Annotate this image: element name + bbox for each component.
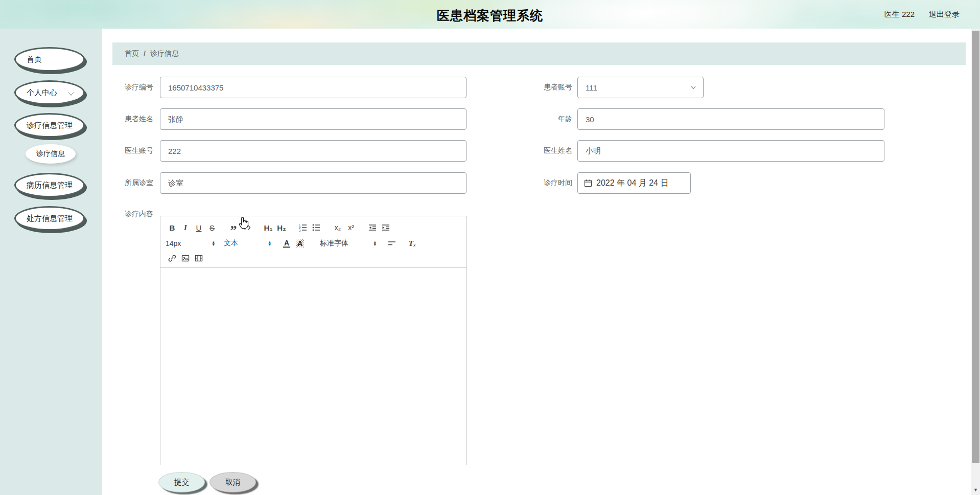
page-title: 医患档案管理系统	[0, 7, 980, 24]
chevron-down-icon	[68, 89, 74, 95]
bullet-list-button[interactable]	[310, 221, 323, 234]
treatment-time-datepicker[interactable]: 2022 年 04 月 24 日	[577, 172, 691, 194]
cancel-button-label: 取消	[225, 478, 241, 487]
sidebar-item-label: 诊疗信息管理	[27, 121, 73, 130]
sidebar-item-label: 病历信息管理	[27, 181, 73, 190]
align-left-icon	[387, 240, 396, 247]
patient-name-label: 患者姓名	[82, 108, 153, 130]
picker-arrows-icon: ▴▾	[212, 241, 215, 246]
sidebar-item-label: 首页	[27, 55, 42, 64]
editor-toolbar: B I U S ” H₁ H₂	[160, 216, 466, 268]
clinic-input[interactable]	[160, 172, 466, 194]
blockquote-button[interactable]: ”	[227, 221, 240, 234]
breadcrumb-current: 诊疗信息	[150, 49, 179, 58]
clear-format-button[interactable]: Tₓ	[406, 237, 419, 250]
doctor-account-input[interactable]	[160, 140, 466, 162]
font-size-picker[interactable]: 14px ▴▾	[166, 239, 215, 248]
indent-button[interactable]	[379, 221, 392, 234]
vertical-scrollbar: ▼	[971, 29, 980, 495]
italic-button[interactable]: I	[179, 221, 192, 234]
image-icon	[181, 254, 190, 262]
chevron-down-icon	[690, 84, 697, 91]
date-value: 2022 年 04 月 24 日	[596, 178, 668, 189]
submit-button[interactable]: 提交	[158, 472, 205, 492]
underline-button[interactable]: U	[192, 221, 205, 234]
code-icon	[242, 223, 251, 232]
subscript-button[interactable]: x₂	[331, 221, 344, 234]
indent-minus-icon	[368, 223, 377, 232]
text-color-button[interactable]: A	[280, 237, 293, 250]
doctor-account-label: 医生账号	[82, 140, 153, 162]
code-block-button[interactable]	[240, 221, 253, 234]
svg-text:3: 3	[299, 229, 301, 232]
indent-plus-icon	[381, 223, 390, 232]
rich-text-editor: B I U S ” H₁ H₂	[160, 216, 467, 465]
bullet-list-icon	[312, 223, 321, 232]
sidebar-subitem-treatment-info[interactable]: 诊疗信息	[26, 144, 76, 164]
ordered-list-icon: 1 2 3	[298, 223, 308, 232]
sidebar-item-treatment-info-mgmt[interactable]: 诊疗信息管理	[14, 113, 85, 138]
outdent-button[interactable]	[366, 221, 379, 234]
breadcrumb-separator: /	[144, 50, 146, 58]
sidebar-item-personal-center[interactable]: 个人中心	[14, 80, 85, 105]
paragraph-format-picker[interactable]: 文本 ▴▾	[224, 239, 271, 248]
age-input[interactable]	[577, 108, 884, 130]
age-label: 年龄	[475, 108, 572, 130]
doctor-name-input[interactable]	[577, 140, 884, 162]
font-size-value: 14px	[166, 239, 181, 248]
current-user-label: 医生 222	[884, 10, 915, 19]
header2-button[interactable]: H₂	[275, 221, 288, 234]
paragraph-format-value: 文本	[224, 239, 238, 248]
insert-image-button[interactable]	[179, 252, 192, 264]
doctor-name-label: 医生姓名	[475, 140, 572, 162]
clinic-label: 所属诊室	[82, 172, 153, 194]
font-family-picker[interactable]: 标准字体 ▴▾	[320, 239, 376, 248]
picker-arrows-icon: ▴▾	[268, 241, 271, 246]
picker-arrows-icon: ▴▾	[374, 241, 376, 246]
header1-button[interactable]: H₁	[262, 221, 275, 234]
logout-link[interactable]: 退出登录	[929, 10, 960, 19]
strikethrough-button[interactable]: S	[205, 221, 219, 234]
align-button[interactable]	[385, 237, 399, 250]
superscript-button[interactable]: x²	[344, 221, 358, 234]
sidebar-item-label: 个人中心	[27, 88, 57, 98]
calendar-icon	[584, 179, 592, 187]
app-window: 医患档案管理系统 医生 222 退出登录 首页 个人中心 诊疗信息管理 诊疗信息…	[0, 0, 980, 495]
cancel-button[interactable]: 取消	[209, 472, 256, 492]
patient-account-select[interactable]: 111	[577, 77, 704, 98]
video-icon	[194, 254, 203, 262]
insert-video-button[interactable]	[192, 252, 205, 264]
selected-value: 111	[586, 83, 690, 92]
treatment-content-label: 诊疗内容	[82, 207, 153, 222]
patient-name-input[interactable]	[160, 108, 466, 130]
breadcrumb: 首页 / 诊疗信息	[112, 42, 966, 65]
sidebar-item-prescription-mgmt[interactable]: 处方信息管理	[14, 206, 85, 231]
treatment-no-input[interactable]	[160, 77, 466, 98]
submit-button-label: 提交	[174, 478, 190, 487]
app-header: 医患档案管理系统 医生 222 退出登录	[0, 0, 980, 29]
scrollbar-thumb[interactable]	[972, 31, 979, 463]
breadcrumb-home[interactable]: 首页	[125, 49, 139, 58]
background-color-button[interactable]: A	[293, 237, 307, 250]
text-color-icon: A	[283, 239, 290, 248]
bold-button[interactable]: B	[166, 221, 179, 234]
background-color-icon: A	[296, 239, 304, 248]
sidebar-item-label: 诊疗信息	[36, 149, 65, 159]
sidebar-nav: 首页 个人中心 诊疗信息管理 诊疗信息 病历信息管理 处方信息管理	[0, 29, 102, 495]
insert-link-button[interactable]	[166, 252, 179, 264]
link-icon	[168, 254, 177, 263]
treatment-no-label: 诊疗编号	[82, 77, 153, 98]
header-user-area: 医生 222 退出登录	[884, 0, 960, 29]
editor-content[interactable]	[160, 268, 466, 471]
sidebar-item-home[interactable]: 首页	[14, 47, 85, 72]
font-family-value: 标准字体	[320, 239, 348, 248]
patient-account-label: 患者账号	[475, 77, 572, 98]
scrollbar-down-arrow-icon[interactable]: ▼	[971, 486, 980, 494]
treatment-time-label: 诊疗时间	[475, 172, 572, 194]
sidebar-item-medical-record-mgmt[interactable]: 病历信息管理	[14, 173, 85, 197]
ordered-list-button[interactable]: 1 2 3	[296, 221, 310, 234]
sidebar-item-label: 处方信息管理	[27, 214, 73, 223]
